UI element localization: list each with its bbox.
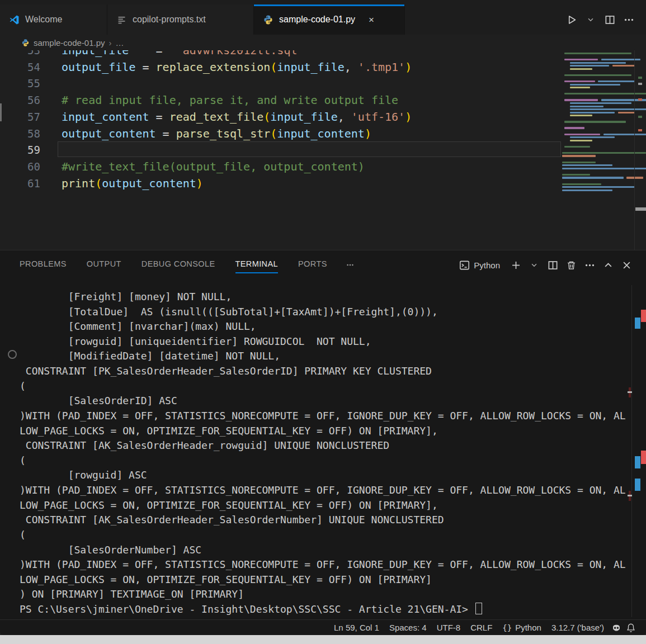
new-terminal-button[interactable] [508, 258, 523, 272]
kill-terminal-button[interactable] [564, 258, 578, 272]
panel-tab-output[interactable]: OUTPUT [87, 259, 121, 271]
code-line-53: 53input_file = 'advwrks2012lt.sql' [0, 50, 562, 59]
terminal-line: ( [20, 379, 26, 394]
minimap-line [564, 59, 598, 60]
minimap-line [618, 112, 635, 113]
terminal-line: [Comment] [nvarchar](max) NULL, [20, 319, 256, 334]
minimap[interactable] [562, 53, 634, 203]
terminal-line: CONSTRAINT [AK_SalesOrderHeader_SalesOrd… [20, 513, 444, 527]
bottom-panel: PROBLEMSOUTPUTDEBUG CONSOLETERMINALPORTS… [0, 250, 646, 619]
code-line-58: 58output_content = parse_tsql_str(input_… [0, 125, 562, 142]
terminal-line: )WITH (PAD_INDEX = OFF, STATISTICS_NOREC… [20, 409, 626, 423]
code-line-59: 59 [0, 141, 562, 158]
line-number: 58 [0, 125, 40, 142]
panel-tab-terminal[interactable]: TERMINAL [235, 259, 279, 271]
vscode-logo-icon [9, 15, 20, 25]
breadcrumb[interactable]: sample-code-01.py › … [0, 35, 646, 50]
minimap-line [564, 121, 626, 122]
terminal-line: ( [20, 453, 26, 468]
panel-more-tabs-button[interactable] [343, 258, 357, 272]
line-number: 54 [0, 59, 40, 75]
run-dropdown-chevron-icon[interactable] [583, 12, 598, 27]
close-panel-button[interactable] [619, 258, 634, 272]
terminal-line: CONSTRAINT [AK_SalesOrderHeader_rowguid]… [20, 438, 389, 453]
overview-mark [638, 83, 642, 85]
tab-sample-code-01[interactable]: sample-code-01.py × [254, 4, 405, 35]
terminal-line: ) ON [PRIMARY] TEXTIMAGE_ON [PRIMARY] [20, 587, 244, 602]
panel-tab-debug-console[interactable]: DEBUG CONSOLE [142, 259, 215, 271]
command-decoration-icon[interactable] [8, 350, 17, 359]
more-actions-button[interactable] [621, 12, 636, 27]
status-encoding[interactable]: UTF-8 [432, 623, 466, 632]
copilot-icon[interactable] [609, 623, 624, 633]
code-text: output_file = replace_extension(input_fi… [62, 59, 412, 75]
code-text: input_content = read_text_file(input_fil… [62, 108, 412, 125]
terminal-line: )WITH (PAD_INDEX = OFF, STATISTICS_NOREC… [20, 557, 626, 572]
minimap-line [564, 53, 631, 54]
terminal-output[interactable]: [Freight] [money] NOT NULL, [TotalDue] A… [0, 280, 646, 619]
split-terminal-button[interactable] [545, 258, 560, 272]
terminal-line: ( [20, 528, 26, 542]
status-cursor-position[interactable]: Ln 59, Col 1 [329, 623, 384, 632]
minimap-line [570, 136, 615, 138]
breadcrumb-file[interactable]: sample-code-01.py [34, 38, 105, 48]
minimap-line [562, 186, 635, 188]
terminal-profile[interactable]: Python [459, 260, 500, 271]
status-python-interpreter[interactable]: 3.12.7 ('base') [546, 623, 609, 632]
vscode-window: Welcome copilot-prompts.txt sample-code-… [0, 0, 646, 635]
tab-close-icon[interactable]: × [369, 15, 374, 25]
status-language-mode[interactable]: {}Python [497, 623, 546, 632]
status-bar: Ln 59, Col 1Spaces: 4UTF-8CRLF{}Python3.… [0, 619, 646, 635]
breadcrumb-more[interactable]: … [116, 38, 124, 48]
tab-copilot-prompts[interactable]: copilot-prompts.txt [107, 4, 254, 35]
minimap-line [562, 190, 612, 191]
terminal-overview-mark [641, 310, 646, 322]
editor-actions [564, 4, 646, 35]
minimap-line [570, 115, 592, 116]
run-button[interactable] [564, 12, 579, 27]
code-text: input_file = 'advwrks2012lt.sql' [62, 50, 304, 59]
code-line-57: 57input_content = read_text_file(input_f… [0, 108, 562, 125]
split-editor-button[interactable] [602, 12, 617, 27]
code-line-56: 56# read input file, parse it, and write… [0, 92, 562, 108]
editor-tab-bar: Welcome copilot-prompts.txt sample-code-… [0, 0, 646, 35]
notifications-bell-icon[interactable] [624, 623, 638, 633]
tab-label: copilot-prompts.txt [133, 15, 206, 25]
minimap-line [570, 102, 631, 104]
code-text: output_content = parse_tsql_str(input_co… [62, 125, 371, 142]
panel-tab-ports[interactable]: PORTS [298, 259, 327, 271]
breadcrumb-chevron-icon: › [109, 38, 112, 48]
code-line-55: 55 [0, 75, 562, 92]
editor-overview-ruler[interactable] [635, 50, 646, 250]
code-editor[interactable]: 53input_file = 'advwrks2012lt.sql'54outp… [0, 50, 646, 250]
minimap-line [570, 140, 592, 141]
terminal-line: )WITH (PAD_INDEX = OFF, STATISTICS_NOREC… [20, 483, 626, 498]
minimap-line [612, 65, 635, 67]
minimap-line [562, 174, 590, 176]
line-number: 53 [0, 50, 40, 59]
terminal-scrollbar-track [631, 285, 632, 617]
terminal-profile-label: Python [474, 261, 500, 270]
line-number: 56 [0, 92, 40, 108]
line-number: 57 [0, 108, 40, 125]
terminal-cursor [475, 603, 482, 614]
terminal-line: [rowguid] [uniqueidentifier] ROWGUIDCOL … [20, 334, 371, 349]
code-text: #write_text_file(output_file, output_con… [62, 158, 365, 175]
minimap-line [562, 162, 596, 163]
terminal-launch-chevron-icon[interactable] [527, 258, 541, 272]
minimap-line [570, 87, 590, 88]
terminal-line: [rowguid] ASC [20, 468, 147, 482]
maximize-panel-button[interactable] [601, 258, 615, 272]
tab-welcome[interactable]: Welcome [0, 4, 107, 35]
overview-tick [629, 491, 631, 501]
panel-tab-problems[interactable]: PROBLEMS [20, 259, 67, 271]
terminal-more-actions-button[interactable] [582, 258, 597, 272]
minimap-line [562, 183, 601, 185]
code-text: # read input file, parse it, and write o… [62, 92, 398, 108]
minimap-line [562, 168, 646, 169]
editor-scrollbar-thumb[interactable] [635, 207, 646, 211]
terminal-line: [SalesOrderID] ASC [20, 394, 177, 408]
text-file-icon [116, 15, 127, 25]
status-indentation[interactable]: Spaces: 4 [384, 623, 432, 632]
status-eol-sequence[interactable]: CRLF [465, 623, 497, 632]
